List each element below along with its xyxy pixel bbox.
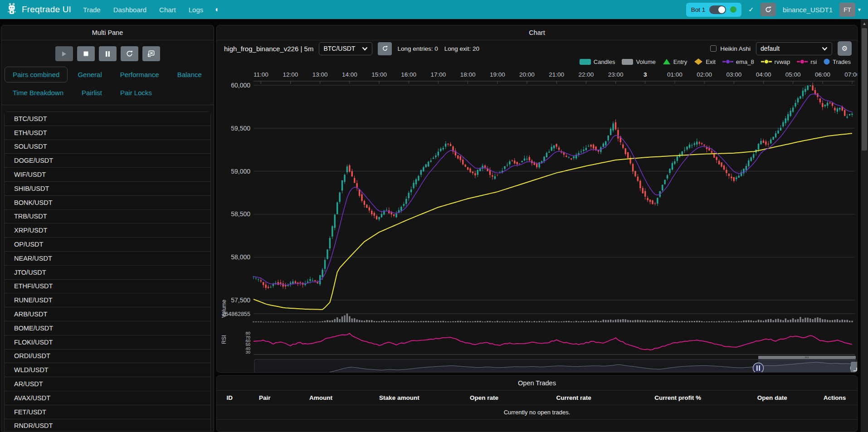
- bot-selector[interactable]: Bot 1: [686, 3, 742, 17]
- svg-text:16:00: 16:00: [401, 71, 416, 78]
- pair-row[interactable]: ARB/USDT: [5, 307, 210, 321]
- chevron-down-icon: [362, 47, 368, 51]
- scrollbar-thumb[interactable]: [862, 28, 867, 150]
- legend-Volume[interactable]: Volume: [622, 58, 655, 65]
- tab[interactable]: Pairlist: [73, 85, 110, 101]
- nav-link[interactable]: Logs: [189, 6, 204, 14]
- legend-Entry[interactable]: Entry: [663, 58, 687, 65]
- nav-links: TradeDashboardChartLogs: [83, 6, 203, 14]
- tab[interactable]: Pair Locks: [112, 85, 160, 101]
- pair-row[interactable]: BOME/USDT: [5, 321, 210, 335]
- legend-label: Trades: [833, 58, 851, 65]
- open-trades-panel: Open Trades IDPairAmountStake amountOpen…: [216, 375, 858, 432]
- pair-row[interactable]: OP/USDT: [5, 238, 210, 252]
- pair-row[interactable]: TRB/USDT: [5, 210, 210, 224]
- column-header[interactable]: Actions: [812, 391, 857, 405]
- nav-link[interactable]: Chart: [159, 6, 176, 14]
- pair-row[interactable]: XRP/USDT: [5, 223, 210, 238]
- column-header[interactable]: ID: [217, 391, 242, 405]
- tab[interactable]: Performance: [112, 67, 167, 83]
- pair-row[interactable]: NEAR/USDT: [5, 252, 210, 266]
- pair-row[interactable]: WLD/USDT: [5, 363, 210, 377]
- legend-Exit[interactable]: Exit: [694, 58, 716, 65]
- tab[interactable]: General: [69, 67, 110, 83]
- reload-config-button[interactable]: [121, 46, 138, 61]
- column-header[interactable]: Stake amount: [355, 391, 444, 405]
- candlestick-chart[interactable]: 60,00059,50059,00058,50058,00057,50011:0…: [217, 67, 857, 373]
- pause-bot-button[interactable]: [99, 46, 117, 61]
- pair-row[interactable]: DOGE/USDT: [5, 154, 210, 168]
- legend-label: Exit: [706, 58, 716, 65]
- legend-label: Volume: [636, 58, 655, 65]
- chart-title: Chart: [217, 25, 857, 40]
- refresh-chart-button[interactable]: [378, 42, 392, 55]
- column-header[interactable]: Amount: [287, 391, 354, 405]
- user-menu[interactable]: FT ▼: [839, 3, 862, 17]
- pair-row[interactable]: ETH/USDT: [5, 126, 210, 140]
- column-header[interactable]: Open rate: [444, 391, 524, 405]
- avatar[interactable]: FT: [839, 3, 855, 17]
- pair-row[interactable]: AR/USDT: [5, 377, 210, 391]
- account-name: binance_USDT1: [783, 6, 833, 14]
- reload-bot-button[interactable]: [761, 3, 776, 16]
- pair-row[interactable]: WIF/USDT: [5, 168, 210, 182]
- tab[interactable]: Balance: [169, 67, 210, 83]
- bot-name: Bot 1: [691, 6, 706, 13]
- column-header[interactable]: Pair: [242, 391, 287, 405]
- chevron-down-icon: [822, 47, 828, 51]
- svg-text:30: 30: [245, 349, 250, 354]
- chart-legend: CandlesVolumeEntryExitema_8rvwaprsiTrade…: [217, 56, 857, 67]
- pair-row[interactable]: BONK/USDT: [5, 196, 210, 210]
- legend-rvwap[interactable]: rvwap: [761, 58, 790, 65]
- legend-Trades[interactable]: Trades: [824, 58, 851, 65]
- pair-row[interactable]: SOL/USDT: [5, 140, 210, 154]
- svg-text:07:00: 07:00: [844, 71, 857, 78]
- svg-text:59,000: 59,000: [231, 168, 250, 175]
- pair-list: BTC/USDTETH/USDTSOL/USDTDOGE/USDTWIF/USD…: [4, 112, 211, 432]
- start-bot-button[interactable]: [55, 46, 73, 61]
- legend-Candles[interactable]: Candles: [580, 58, 615, 65]
- tab[interactable]: Pairs combined: [5, 67, 68, 83]
- signals-info: Long entries: 0 Long exit: 20: [397, 45, 479, 52]
- pair-row[interactable]: ETHFI/USDT: [5, 280, 210, 294]
- pair-row[interactable]: SHIB/USDT: [5, 182, 210, 196]
- scroll-up-icon[interactable]: ▲: [861, 19, 868, 26]
- nav-link[interactable]: Trade: [83, 6, 101, 14]
- column-header[interactable]: Current rate: [524, 391, 624, 405]
- pair-row[interactable]: BTC/USDT: [5, 112, 210, 126]
- pair-row[interactable]: ORDI/USDT: [5, 349, 210, 364]
- bot-toggle[interactable]: [709, 5, 726, 14]
- chevron-down-icon: ▼: [857, 7, 862, 12]
- column-header[interactable]: Open date: [732, 391, 813, 405]
- pair-row[interactable]: FLOKI/USDT: [5, 335, 210, 349]
- pair-row[interactable]: RUNE/USDT: [5, 293, 210, 307]
- navbar-right: Bot 1 ✓ binance_USDT1 FT ▼: [686, 3, 862, 17]
- robot-logo-icon: [6, 3, 17, 16]
- pair-select[interactable]: BTC/USDT: [319, 42, 372, 55]
- plot-config-select[interactable]: default: [756, 42, 832, 55]
- svg-text:03:00: 03:00: [726, 71, 741, 78]
- pair-row[interactable]: FET/USDT: [5, 405, 210, 419]
- legend-ema_8[interactable]: ema_8: [722, 58, 754, 65]
- tab[interactable]: Time Breakdown: [5, 85, 72, 101]
- svg-text:15:00: 15:00: [371, 71, 387, 78]
- bot-online-dot: [730, 6, 736, 13]
- brand[interactable]: Freqtrade UI: [6, 3, 71, 16]
- pair-row[interactable]: RNDR/USDT: [5, 419, 210, 432]
- svg-text:23:00: 23:00: [608, 71, 624, 78]
- pair-row[interactable]: JTO/USDT: [5, 266, 210, 280]
- theme-toggle-icon[interactable]: ◐: [215, 5, 219, 14]
- nav-link[interactable]: Dashboard: [113, 6, 146, 14]
- heikin-ashi-label: Heikin Ashi: [720, 45, 751, 52]
- clear-chart-button[interactable]: [142, 46, 160, 61]
- heikin-ashi-checkbox[interactable]: [710, 45, 717, 52]
- column-header[interactable]: Current profit %: [624, 391, 732, 405]
- page-scrollbar[interactable]: ▲: [861, 19, 868, 432]
- legend-rsi[interactable]: rsi: [797, 58, 817, 65]
- stop-bot-button[interactable]: [77, 46, 95, 61]
- multi-pane-title: Multi Pane: [1, 25, 214, 40]
- legend-label: rsi: [810, 58, 817, 65]
- plot-settings-button[interactable]: ⚙: [838, 41, 852, 56]
- pair-row[interactable]: AVAX/USDT: [5, 391, 210, 405]
- navbar: Freqtrade UI TradeDashboardChartLogs ◐ B…: [0, 0, 868, 19]
